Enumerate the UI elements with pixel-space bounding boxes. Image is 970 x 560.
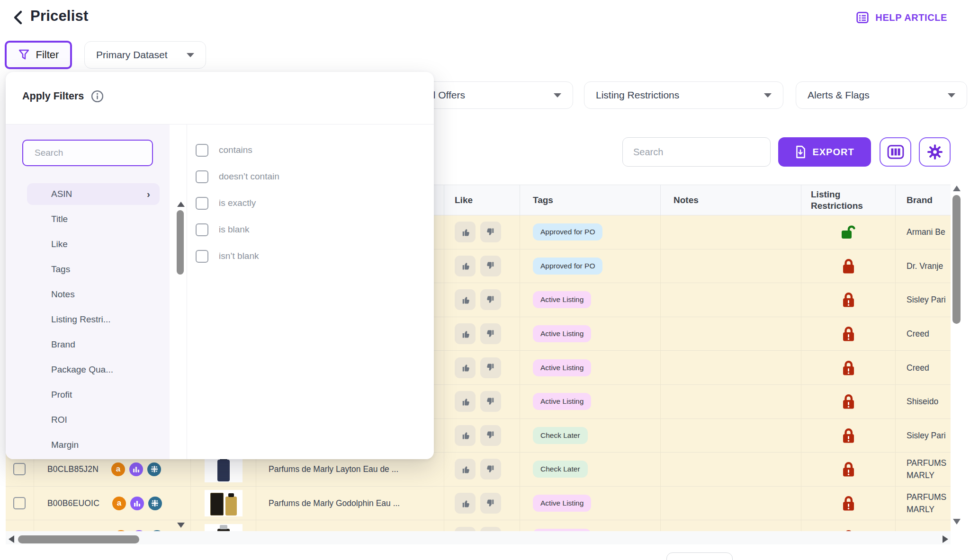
thumbs-down-button[interactable] [480,256,501,276]
filter-field-roi[interactable]: ROI [27,409,160,431]
thumbs-up-button[interactable] [455,391,476,412]
notes-cell[interactable] [661,249,801,283]
keepa-chart-icon[interactable] [129,462,143,476]
thumbs-down-button[interactable] [480,357,501,378]
info-icon[interactable] [91,90,104,103]
thumbs-down-button[interactable] [480,323,501,344]
listing-restrictions-cell[interactable] [801,453,896,486]
filter-field-margin[interactable]: Margin [27,434,160,456]
field-list-scroll-down-arrow[interactable] [177,523,185,528]
operator-checkbox[interactable] [196,170,208,183]
like-cell [444,215,520,249]
table-search-input[interactable] [622,137,771,167]
listing-restrictions-cell[interactable] [801,351,896,384]
plus-star-glyph [151,465,158,473]
listing-restrictions-cell[interactable] [801,317,896,351]
notes-cell[interactable] [661,283,801,317]
listing-restrictions-cell[interactable] [801,249,896,283]
thumbs-down-button[interactable] [480,425,501,446]
tag-badge[interactable]: Active Listing [533,393,591,410]
brand-cell: Sisley Pari [896,283,951,317]
fields-search-input[interactable] [22,140,153,166]
chevron-right-icon: › [147,188,150,200]
filter-field-notes[interactable]: Notes [27,284,160,305]
thumbs-up-button[interactable] [455,222,476,242]
thumbs-up-button[interactable] [455,425,476,446]
thumbs-up-button[interactable] [455,459,476,480]
filter-field-like[interactable]: Like [27,233,160,255]
operator-checkbox[interactable] [196,144,208,157]
notes-cell[interactable] [661,487,801,520]
tag-badge[interactable]: Active Listing [533,495,591,512]
scroll-down-arrow[interactable] [953,519,961,524]
filter-field-asin[interactable]: ASIN› [27,183,160,205]
thumbs-up-button[interactable] [455,323,476,344]
amazon-icon[interactable]: a [112,497,126,510]
notes-cell[interactable] [661,317,801,351]
listing-restrictions-cell[interactable] [801,215,896,249]
selleramp-icon[interactable] [147,462,161,476]
operator-label: doesn’t contain [219,171,279,182]
keepa-chart-icon[interactable] [130,497,144,510]
filter-button[interactable]: Filter [5,41,72,69]
tag-badge[interactable]: Active Listing [533,359,591,376]
horizontal-scrollbar-track[interactable] [6,531,951,544]
filter-field-tags[interactable]: Tags [27,258,160,280]
amazon-icon[interactable]: a [111,462,125,476]
tag-badge[interactable]: Approved for PO [533,223,602,240]
tags-cell: Check Later [520,419,661,453]
tag-badge[interactable]: Active Listing [533,325,591,342]
scroll-left-arrow[interactable] [9,535,14,543]
alerts-flags-dropdown[interactable]: Alerts & Flags [796,81,967,109]
dataset-dropdown[interactable]: Primary Dataset [84,41,206,69]
tag-badge[interactable]: Active Listing [533,291,591,308]
scroll-up-arrow[interactable] [953,186,961,191]
horizontal-scrollbar-thumb[interactable] [18,535,139,543]
notes-cell[interactable] [661,351,801,384]
thumbs-down-button[interactable] [480,222,501,242]
notes-cell[interactable] [661,385,801,418]
notes-cell[interactable] [661,453,801,486]
export-button[interactable]: EXPORT [778,137,871,167]
listing-restrictions-cell[interactable] [801,419,896,453]
thumbs-up-button[interactable] [455,289,476,310]
tag-badge[interactable]: Check Later [533,461,588,478]
row-checkbox[interactable] [13,463,26,475]
back-icon[interactable] [11,9,26,26]
thumbs-down-button[interactable] [480,493,501,514]
settings-button[interactable] [919,137,951,167]
alerts-flags-dropdown-label: Alerts & Flags [808,89,870,101]
notes-cell[interactable] [661,215,801,249]
operator-checkbox[interactable] [196,223,208,236]
vertical-scrollbar-thumb[interactable] [952,195,961,324]
filter-field-brand[interactable]: Brand [27,334,160,356]
help-article-link[interactable]: HELP ARTICLE [855,10,947,25]
listing-restrictions-cell[interactable] [801,487,896,520]
thumbs-down-button[interactable] [480,391,501,412]
notes-cell[interactable] [661,419,801,453]
tag-badge[interactable]: Check Later [533,427,588,444]
operator-checkbox[interactable] [196,197,208,210]
operator-checkbox[interactable] [196,250,208,263]
filter-field-listing-restri[interactable]: Listing Restri... [27,309,160,330]
listing-restrictions-cell[interactable] [801,283,896,317]
thumbs-up-button[interactable] [455,256,476,276]
tag-badge[interactable]: Approved for PO [533,258,602,275]
field-list-scrollbar-thumb[interactable] [177,210,184,275]
columns-button[interactable] [880,137,911,167]
scroll-right-arrow[interactable] [943,535,948,543]
filter-field-package-qua[interactable]: Package Qua... [27,359,160,381]
filter-field-title[interactable]: Title [27,208,160,230]
pagination-button[interactable] [666,552,733,560]
selleramp-icon[interactable] [148,497,162,510]
thumbs-down-button[interactable] [480,289,501,310]
thumbs-up-button[interactable] [455,493,476,514]
row-checkbox[interactable] [13,497,26,509]
select-cell [6,487,34,520]
listing-restrictions-cell[interactable] [801,385,896,418]
filter-field-profit[interactable]: Profit [27,384,160,406]
listing-restrictions-dropdown[interactable]: Listing Restrictions [584,81,783,109]
thumbs-down-button[interactable] [480,459,501,480]
field-list-scroll-up-arrow[interactable] [177,202,185,207]
thumbs-up-button[interactable] [455,357,476,378]
